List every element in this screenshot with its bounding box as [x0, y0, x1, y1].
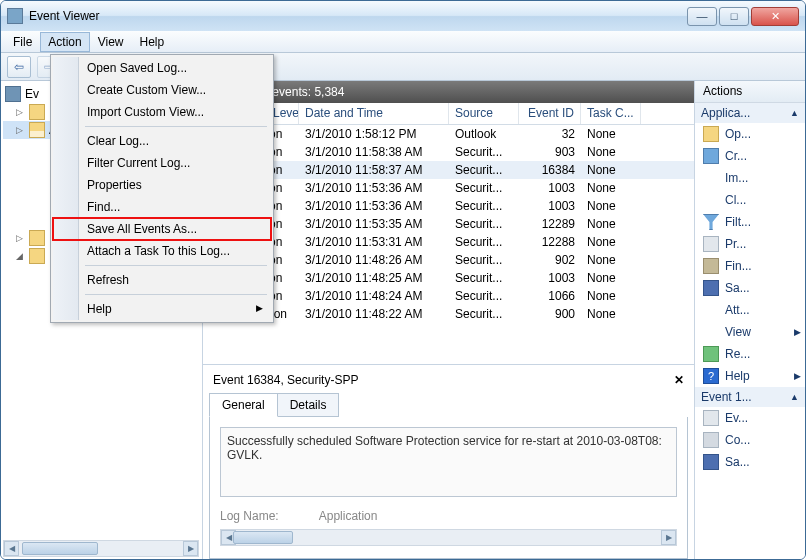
table-row[interactable]: tion3/1/2010 11:48:25 AMSecurit...1003No…: [203, 269, 694, 287]
cell-source: Securit...: [449, 217, 519, 231]
menu-clear-log[interactable]: Clear Log...: [53, 130, 271, 152]
scroll-thumb[interactable]: [233, 531, 293, 544]
actions-section-app[interactable]: Applica... ▲: [695, 103, 805, 123]
action-save-events[interactable]: Sa...: [695, 277, 805, 299]
chevron-right-icon: ▶: [256, 303, 263, 313]
menu-help[interactable]: Help: [132, 32, 173, 52]
detail-title: Event 16384, Security-SPP: [213, 373, 358, 387]
cell-eventid: 12288: [519, 235, 581, 249]
action-properties[interactable]: Pr...: [695, 233, 805, 255]
action-clear-log[interactable]: Cl...: [695, 189, 805, 211]
cell-eventid: 902: [519, 253, 581, 267]
action-help[interactable]: ?Help▶: [695, 365, 805, 387]
collapse-icon[interactable]: ▲: [790, 392, 799, 402]
cell-eventid: 12289: [519, 217, 581, 231]
menu-file[interactable]: File: [5, 32, 40, 52]
help-icon: ?: [703, 368, 719, 384]
detail-hscroll[interactable]: ◀ ▶: [220, 529, 677, 546]
maximize-button[interactable]: □: [719, 7, 749, 26]
table-row[interactable]: iInformation3/1/2010 11:48:22 AMSecurit.…: [203, 305, 694, 323]
events-grid[interactable]: Level Date and Time Source Event ID Task…: [203, 103, 694, 364]
menu-properties[interactable]: Properties: [53, 174, 271, 196]
binoculars-icon: [703, 258, 719, 274]
save-icon: [703, 454, 719, 470]
col-taskcat[interactable]: Task C...: [581, 103, 641, 124]
table-row[interactable]: tion3/1/2010 11:53:36 AMSecurit...1003No…: [203, 179, 694, 197]
cell-datetime: 3/1/2010 11:48:26 AM: [299, 253, 449, 267]
cell-taskcat: None: [581, 289, 641, 303]
table-row[interactable]: tion3/1/2010 11:58:38 AMSecurit...903Non…: [203, 143, 694, 161]
menu-filter-current-log[interactable]: Filter Current Log...: [53, 152, 271, 174]
scroll-left-icon[interactable]: ◀: [4, 541, 19, 556]
close-button[interactable]: ✕: [751, 7, 799, 26]
table-row[interactable]: tion3/1/2010 11:53:31 AMSecurit...12288N…: [203, 233, 694, 251]
cell-eventid: 16384: [519, 163, 581, 177]
menu-create-custom-view[interactable]: Create Custom View...: [53, 79, 271, 101]
cell-taskcat: None: [581, 307, 641, 321]
table-row[interactable]: tion3/1/2010 11:48:26 AMSecurit...902Non…: [203, 251, 694, 269]
collapse-icon[interactable]: ▲: [790, 108, 799, 118]
menu-open-saved-log[interactable]: Open Saved Log...: [53, 57, 271, 79]
minimize-button[interactable]: —: [687, 7, 717, 26]
action-filter-log[interactable]: Filt...: [695, 211, 805, 233]
logname-value: Application: [319, 509, 378, 523]
action-event-props[interactable]: Ev...: [695, 407, 805, 429]
cell-taskcat: None: [581, 253, 641, 267]
scroll-right-icon[interactable]: ▶: [183, 541, 198, 556]
col-datetime[interactable]: Date and Time: [299, 103, 449, 124]
event-detail-pane: Event 16384, Security-SPP ✕ General Deta…: [203, 364, 694, 559]
tree-hscroll[interactable]: ◀ ▶: [3, 540, 199, 557]
col-source[interactable]: Source: [449, 103, 519, 124]
menu-attach-task[interactable]: Attach a Task To this Log...: [53, 240, 271, 262]
cell-eventid: 1003: [519, 199, 581, 213]
table-row[interactable]: tion3/1/2010 11:48:24 AMSecurit...1066No…: [203, 287, 694, 305]
cell-taskcat: None: [581, 199, 641, 213]
detail-close-icon[interactable]: ✕: [674, 373, 684, 387]
action-open-saved[interactable]: Op...: [695, 123, 805, 145]
scroll-right-icon[interactable]: ▶: [661, 530, 676, 545]
menu-save-all-events-as[interactable]: Save All Events As...: [53, 218, 271, 240]
menubar: File Action View Help: [1, 31, 805, 53]
menu-refresh[interactable]: Refresh: [53, 269, 271, 291]
cell-datetime: 3/1/2010 11:53:36 AM: [299, 181, 449, 195]
cell-taskcat: None: [581, 181, 641, 195]
tab-general[interactable]: General: [209, 393, 278, 417]
action-save-selected[interactable]: Sa...: [695, 451, 805, 473]
expand-icon[interactable]: ▷: [13, 107, 25, 117]
menu-help-sub[interactable]: Help▶: [53, 298, 271, 320]
col-eventid[interactable]: Event ID: [519, 103, 581, 124]
cell-source: Securit...: [449, 163, 519, 177]
tab-details[interactable]: Details: [277, 393, 340, 417]
properties-icon: [703, 410, 719, 426]
back-button[interactable]: ⇦: [7, 56, 31, 78]
expand-icon[interactable]: ▷: [13, 125, 25, 135]
action-find[interactable]: Fin...: [695, 255, 805, 277]
copy-icon: [703, 432, 719, 448]
expand-icon[interactable]: ▷: [13, 233, 25, 243]
menu-view[interactable]: View: [90, 32, 132, 52]
table-row[interactable]: tion3/1/2010 1:58:12 PMOutlook32None: [203, 125, 694, 143]
action-create-view[interactable]: Cr...: [695, 145, 805, 167]
titlebar[interactable]: Event Viewer — □ ✕: [1, 1, 805, 31]
menu-find[interactable]: Find...: [53, 196, 271, 218]
cell-taskcat: None: [581, 163, 641, 177]
scroll-thumb[interactable]: [22, 542, 98, 555]
action-copy[interactable]: Co...: [695, 429, 805, 451]
action-refresh[interactable]: Re...: [695, 343, 805, 365]
cell-source: Securit...: [449, 271, 519, 285]
menu-import-custom-view[interactable]: Import Custom View...: [53, 101, 271, 123]
action-import-view[interactable]: Im...: [695, 167, 805, 189]
cell-datetime: 3/1/2010 11:53:35 AM: [299, 217, 449, 231]
cell-eventid: 1003: [519, 181, 581, 195]
table-row[interactable]: tion3/1/2010 11:53:36 AMSecurit...1003No…: [203, 197, 694, 215]
cell-eventid: 903: [519, 145, 581, 159]
cell-eventid: 32: [519, 127, 581, 141]
actions-section-event[interactable]: Event 1... ▲: [695, 387, 805, 407]
table-row[interactable]: tion3/1/2010 11:53:35 AMSecurit...12289N…: [203, 215, 694, 233]
action-view[interactable]: View▶: [695, 321, 805, 343]
collapse-icon[interactable]: ◢: [13, 251, 25, 261]
menu-action[interactable]: Action: [40, 32, 89, 52]
table-row[interactable]: tion3/1/2010 11:58:37 AMSecurit...16384N…: [203, 161, 694, 179]
blank-icon: [703, 170, 719, 186]
action-attach-task[interactable]: Att...: [695, 299, 805, 321]
